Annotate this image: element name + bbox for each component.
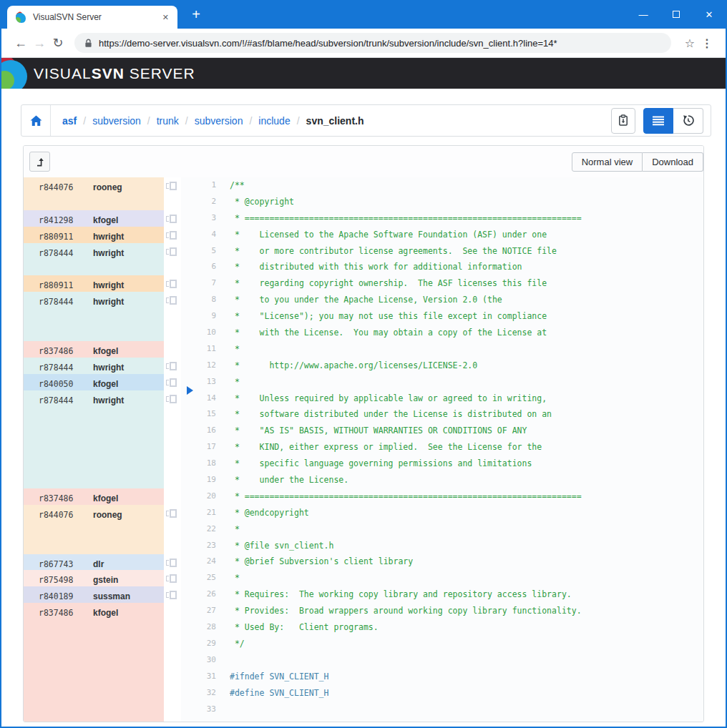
diff-compare-icon[interactable] bbox=[166, 574, 177, 583]
line-number[interactable]: 6 bbox=[181, 259, 223, 275]
bookmark-star-icon[interactable]: ☆ bbox=[681, 36, 698, 50]
diff-compare-icon[interactable] bbox=[166, 559, 177, 567]
diff-compare-icon[interactable] bbox=[166, 280, 177, 288]
line-number[interactable]: 19 bbox=[181, 472, 223, 488]
blame-block[interactable]: r880911hwright bbox=[24, 227, 164, 243]
line-number[interactable]: 32 bbox=[181, 685, 223, 702]
blame-block[interactable]: r880911hwright bbox=[24, 275, 164, 292]
line-number[interactable]: 25 bbox=[181, 570, 223, 586]
line-number[interactable]: 30 bbox=[181, 652, 223, 669]
blame-block[interactable]: r878444hwright bbox=[24, 358, 164, 374]
diff-compare-icon[interactable] bbox=[166, 378, 177, 387]
diff-icon-cell bbox=[164, 275, 181, 292]
window-close-button[interactable]: ✕ bbox=[693, 0, 726, 29]
line-number[interactable]: 33 bbox=[181, 702, 223, 718]
blame-block[interactable]: r837486kfogel bbox=[24, 603, 164, 722]
checkout-button[interactable] bbox=[611, 108, 635, 134]
line-number[interactable]: 9 bbox=[181, 308, 223, 325]
blame-block[interactable]: r840050kfogel bbox=[24, 374, 164, 390]
blame-block[interactable]: r844076rooneg bbox=[24, 505, 164, 554]
blame-revision: r837486 bbox=[39, 493, 93, 503]
breadcrumb-link-include[interactable]: include bbox=[258, 115, 290, 127]
line-number[interactable]: 10 bbox=[181, 325, 223, 341]
diff-compare-icon[interactable] bbox=[166, 362, 177, 370]
blame-block[interactable]: r840189sussman bbox=[24, 586, 164, 603]
line-number[interactable]: 11 bbox=[181, 341, 223, 358]
new-tab-button[interactable]: + bbox=[186, 4, 206, 24]
blame-author: kfogel bbox=[93, 493, 118, 503]
breadcrumb-link-asf[interactable]: asf bbox=[62, 115, 77, 127]
address-bar[interactable]: https://demo-server.visualsvn.com/!/#asf… bbox=[74, 33, 671, 53]
line-number[interactable]: 21 bbox=[181, 505, 223, 521]
forward-icon[interactable]: → bbox=[30, 36, 49, 51]
line-number[interactable]: 5 bbox=[181, 243, 223, 260]
tab-close-icon[interactable]: ✕ bbox=[160, 11, 172, 24]
code-line: * software distributed under the License… bbox=[223, 406, 703, 423]
blame-block[interactable]: r841298kfogel bbox=[24, 210, 164, 227]
download-button[interactable]: Download bbox=[643, 152, 703, 172]
breadcrumb-separator: / bbox=[297, 115, 300, 127]
line-number[interactable]: 12 bbox=[181, 358, 223, 374]
blame-block[interactable]: r867743dlr bbox=[24, 554, 164, 571]
code-line: * @endcopyright bbox=[223, 505, 703, 521]
diff-compare-icon[interactable] bbox=[166, 296, 177, 305]
line-number[interactable]: 2 bbox=[181, 194, 223, 210]
blame-author: hwright bbox=[93, 297, 124, 307]
breadcrumb-link-subversion[interactable]: subversion bbox=[195, 115, 243, 127]
browser-window: VisualSVN Server ✕ + — ✕ ← → ↻ https://d… bbox=[0, 0, 727, 728]
blame-revision: r841298 bbox=[39, 215, 93, 225]
normal-view-button[interactable]: Normal view bbox=[572, 152, 643, 172]
checkout-clipboard-icon bbox=[618, 114, 629, 127]
browser-tab[interactable]: VisualSVN Server ✕ bbox=[7, 6, 177, 29]
breadcrumb-link-trunk[interactable]: trunk bbox=[157, 115, 179, 127]
code-line: * "License"); you may not use this file … bbox=[223, 308, 703, 325]
line-number[interactable]: 20 bbox=[181, 488, 223, 505]
diff-compare-icon[interactable] bbox=[166, 247, 177, 256]
line-number[interactable]: 17 bbox=[181, 439, 223, 456]
line-number[interactable]: 23 bbox=[181, 538, 223, 554]
line-number[interactable]: 24 bbox=[181, 554, 223, 570]
line-number[interactable]: 8 bbox=[181, 292, 223, 308]
blame-block[interactable]: r878444hwright bbox=[24, 390, 164, 488]
line-number[interactable]: 15 bbox=[181, 406, 223, 423]
breadcrumb-actions bbox=[611, 108, 703, 134]
diff-compare-icon[interactable] bbox=[166, 231, 177, 240]
reload-icon[interactable]: ↻ bbox=[49, 35, 67, 51]
line-number[interactable]: 28 bbox=[181, 619, 223, 636]
diff-compare-icon[interactable] bbox=[166, 591, 177, 599]
window-maximize-button[interactable] bbox=[660, 0, 693, 29]
line-number[interactable]: 4 bbox=[181, 227, 223, 243]
line-number[interactable]: 26 bbox=[181, 586, 223, 603]
history-button[interactable] bbox=[673, 108, 703, 134]
code-line: * bbox=[223, 570, 703, 586]
diff-compare-icon[interactable] bbox=[166, 215, 177, 223]
line-number[interactable]: 7 bbox=[181, 275, 223, 292]
blame-block[interactable]: r875498gstein bbox=[24, 570, 164, 586]
window-minimize-button[interactable]: — bbox=[627, 0, 660, 29]
blame-block[interactable]: r878444hwright bbox=[24, 243, 164, 276]
line-number[interactable]: 16 bbox=[181, 423, 223, 439]
diff-compare-icon[interactable] bbox=[166, 182, 177, 190]
blame-block[interactable]: r844076rooneg bbox=[24, 177, 164, 210]
line-number[interactable]: 22 bbox=[181, 521, 223, 538]
blame-author: hwright bbox=[93, 395, 124, 405]
diff-compare-icon[interactable] bbox=[166, 509, 177, 518]
blame-block[interactable]: r837486kfogel bbox=[24, 488, 164, 505]
diff-compare-icon[interactable] bbox=[166, 395, 177, 403]
back-icon[interactable]: ← bbox=[11, 36, 30, 51]
line-number[interactable]: 29 bbox=[181, 636, 223, 652]
blame-view-button[interactable] bbox=[643, 108, 673, 134]
line-number[interactable]: 27 bbox=[181, 603, 223, 619]
line-number[interactable]: 18 bbox=[181, 456, 223, 472]
blame-block[interactable]: r837486kfogel bbox=[24, 341, 164, 358]
browser-titlebar: VisualSVN Server ✕ + — ✕ bbox=[1, 0, 726, 29]
go-to-parent-button[interactable] bbox=[29, 152, 50, 172]
line-number[interactable]: 1 bbox=[181, 177, 223, 194]
browser-menu-icon[interactable]: ⋮ bbox=[698, 36, 716, 50]
breadcrumb-link-subversion[interactable]: subversion bbox=[92, 115, 141, 127]
browser-toolbar: ← → ↻ https://demo-server.visualsvn.com/… bbox=[1, 29, 726, 58]
line-number[interactable]: 31 bbox=[181, 669, 223, 685]
home-button[interactable] bbox=[21, 105, 51, 136]
blame-block[interactable]: r878444hwright bbox=[24, 292, 164, 341]
line-number[interactable]: 3 bbox=[181, 210, 223, 227]
